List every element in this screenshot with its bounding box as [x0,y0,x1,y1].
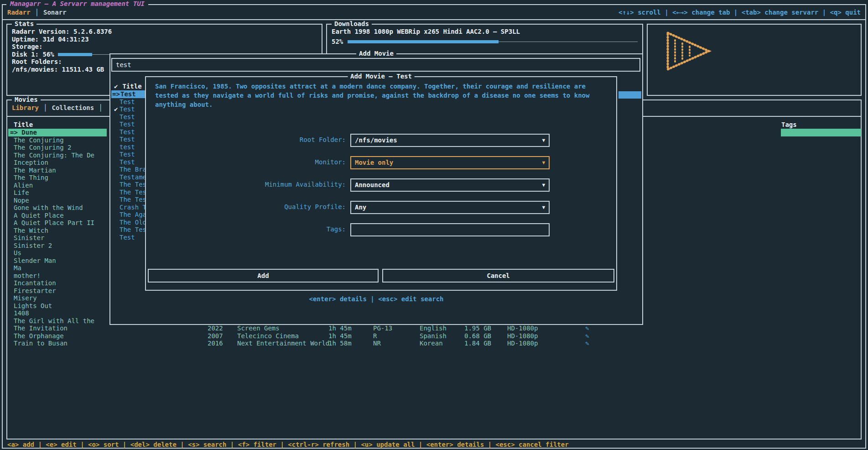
movie-title-cell: Incantation [8,279,107,287]
movie-language-cell: Spanish [420,332,447,340]
search-result-row[interactable]: The Test [111,181,145,188]
movie-size-cell: 0.68 GB [464,332,491,340]
movie-title-cell: The Conjuring: The De [8,152,107,159]
chevron-down-icon: ▼ [542,202,545,213]
downloads-panel-title: Downloads [332,20,372,27]
root-folder-value: /nfs/movies [351,136,397,144]
search-result-row[interactable]: The Test [111,188,145,196]
search-result-row[interactable]: Test [111,113,145,121]
disk-percent: 56% [42,51,54,58]
monitor-dropdown[interactable]: Movie only▼ [350,156,550,169]
search-result-row[interactable]: Test [111,120,145,128]
search-result-row[interactable]: Test [111,158,145,166]
result-title: Test [120,136,135,143]
movie-title-cell: A Quiet Place [8,212,107,220]
result-title: Test [120,158,135,166]
form-row-monitor: Monitor:Movie only▼ [146,156,616,169]
movie-search-value: test [116,61,131,68]
chevron-down-icon: ▼ [542,179,545,191]
movie-title-cell: The Invitation [8,324,107,332]
root-folder-dropdown[interactable]: /nfs/movies▼ [350,134,550,147]
search-result-row[interactable]: ✔Test [111,105,145,113]
movies-tab-collections[interactable]: Collections [52,104,94,111]
result-title: Testamen [120,173,145,181]
search-result-row[interactable]: Test [111,98,145,106]
search-result-row[interactable]: Testamen [111,173,145,181]
movie-title-cell: Firestarter [8,287,107,295]
search-result-row[interactable]: Test [111,128,145,136]
search-result-row[interactable]: =>Test [111,90,145,98]
tab-radarr[interactable]: Radarr [7,9,31,16]
movie-title-cell: The Conjuring 2 [8,144,107,152]
movie-title-cell: Lights Out [8,302,107,310]
result-title: Test [120,105,135,113]
movie-title-cell: A Quiet Place Part II [8,219,107,227]
edit-pencil-icon[interactable]: ✎ [585,324,589,332]
add-button[interactable]: Add [148,269,379,283]
search-result-row[interactable]: Test [111,136,145,143]
chevron-down-icon: ▼ [542,135,545,146]
check-column-icon: ✔ [114,83,118,90]
movie-title-cell: Us [8,249,107,257]
download-item-title: Earth 1998 1080p WEBRip x265 Hindi AAC2.… [332,28,638,36]
results-header: ✔Title [114,83,142,90]
minimum-availability-dropdown[interactable]: Announced▼ [350,178,550,192]
quality-profile-dropdown[interactable]: Any▼ [350,201,550,214]
movies-tab-library[interactable]: Library [12,104,39,111]
minimum-availability-label: Minimum Availability: [146,181,346,188]
download-progress-row: 52% [332,38,638,45]
disk-gauge-fill [58,53,93,56]
tab-sonarr[interactable]: Sonarr [43,9,67,16]
search-result-row[interactable]: The Test [111,196,145,204]
movie-title-cell: The Martian [8,167,107,174]
search-result-row[interactable]: The Aga' [111,211,145,219]
movie-row[interactable]: The Orphanage2007Telecinco Cinema1h 45mR… [8,332,860,340]
tags-value [351,226,355,233]
download-percent: 52% [332,38,343,45]
movie-title-cell: 1408 [8,309,107,317]
result-title: Test [120,120,135,128]
chevron-down-icon: ▼ [542,157,545,168]
search-result-row[interactable]: test [111,143,145,151]
movie-title-cell: The Witch [8,227,107,235]
movies-tab-separator: │ [99,104,102,111]
movie-size-cell: 1.95 GB [464,324,491,332]
stats-panel-title: Stats [12,20,36,27]
movie-studio-cell: Next Entertainment World [237,340,329,347]
movie-search-input[interactable]: test [111,58,640,72]
search-result-row[interactable]: The Old [111,219,145,226]
search-result-row[interactable]: The Test [111,226,145,234]
result-title: Crash Te [120,204,145,211]
modal-keybindings: <enter> details | <esc> edit search [110,295,642,303]
movie-runtime-cell: 1h 45m [328,332,352,340]
root-folder-label: Root Folder: [146,136,346,143]
movie-title-cell: Alien [8,182,107,189]
add-movie-modal-title: Add Movie [356,50,396,57]
movie-overview: San Francisco, 1985. Two opposites attra… [155,82,607,109]
radarr-version-line: Radarr Version: 5.2.6.8376 [12,28,322,36]
cancel-button[interactable]: Cancel [382,269,614,283]
movie-row[interactable]: The Invitation2022Screen Gems1h 45mPG-13… [8,324,860,332]
storage-label: Storage: [12,43,322,51]
add-movie-modal: Add Movie test ✔Title =>TestTest✔TestTes… [109,53,643,325]
movie-title-cell: Ma [8,264,107,272]
tags-input[interactable] [350,223,550,236]
search-result-row[interactable]: The Bran [111,166,145,173]
search-result-row[interactable]: Test [111,151,145,158]
movie-title-cell: The Orphanage [8,332,107,340]
selected-arrow-icon: => [112,90,120,98]
search-result-row[interactable]: Crash Te [111,204,145,211]
movie-title-cell: Gone with the Wind [8,204,107,212]
movie-studio-cell: Screen Gems [237,324,280,332]
movie-row[interactable]: Train to Busan2016Next Entertainment Wor… [8,340,860,347]
movie-title-cell: The Girl with All the [8,317,107,325]
movie-language-cell: Korean [420,340,443,347]
edit-pencil-icon[interactable]: ✎ [585,340,589,347]
monitor-value: Movie only [351,159,393,166]
radarr-version-value: 5.2.6.8376 [73,28,112,35]
tab-separator: │ [35,9,39,16]
search-result-row[interactable]: Test [111,234,145,241]
search-results-list: =>TestTest✔TestTestTestTestTesttestTestT… [111,90,145,241]
tags-column-header: Tags [781,121,797,128]
edit-pencil-icon[interactable]: ✎ [585,332,589,340]
